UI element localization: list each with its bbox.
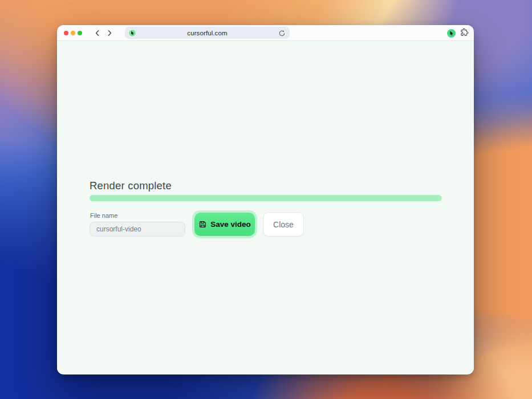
cursorful-extension-icon[interactable]	[447, 29, 456, 38]
close-label: Close	[273, 220, 294, 229]
puzzle-piece-icon[interactable]	[460, 28, 469, 39]
zoom-window-button[interactable]	[78, 31, 82, 35]
traffic-lights	[64, 31, 82, 35]
minimize-window-button[interactable]	[71, 31, 75, 35]
nav-buttons	[94, 30, 113, 36]
close-window-button[interactable]	[64, 31, 68, 35]
chevron-left-icon	[94, 30, 101, 36]
render-progress-fill	[90, 195, 442, 201]
chevron-right-icon	[106, 30, 113, 36]
file-name-label: File name	[90, 212, 117, 219]
file-name-input[interactable]	[90, 222, 185, 237]
toolbar-extensions	[447, 25, 469, 41]
save-floppy-icon	[198, 220, 207, 229]
save-video-label: Save video	[210, 220, 251, 229]
address-bar[interactable]: cursorful.com	[125, 27, 290, 39]
render-progress-bar	[90, 195, 442, 201]
back-button[interactable]	[94, 30, 101, 36]
forward-button[interactable]	[106, 30, 113, 36]
page-title: Render complete	[90, 180, 172, 192]
browser-window: cursorful.com Render complete	[57, 25, 474, 374]
reload-button[interactable]	[278, 29, 286, 39]
desktop-wallpaper: { "browser": { "url": "cursorful.com", "…	[0, 0, 532, 399]
reload-icon	[278, 30, 286, 37]
page-content: Render complete File name Save video Clo…	[57, 41, 474, 374]
browser-toolbar: cursorful.com	[57, 25, 474, 41]
save-video-button[interactable]: Save video	[194, 213, 255, 236]
url-text: cursorful.com	[125, 30, 290, 36]
close-button[interactable]: Close	[263, 212, 304, 237]
